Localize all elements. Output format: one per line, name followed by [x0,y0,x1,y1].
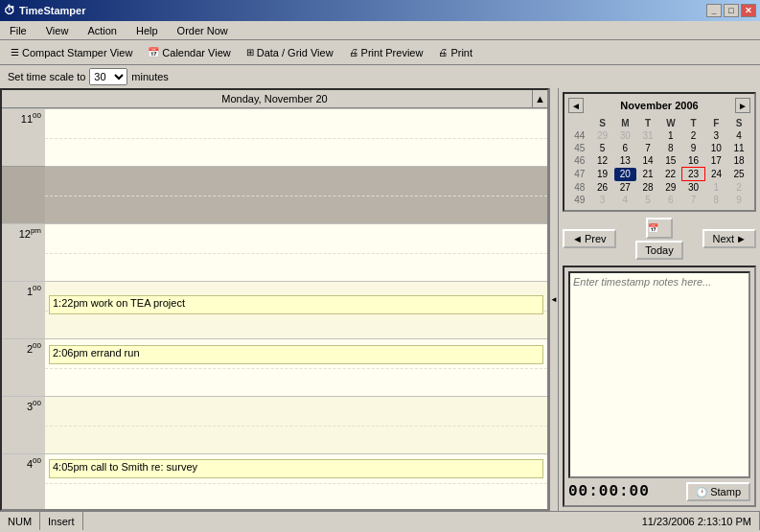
time-labels: 1100 12pm 100 200 300 [2,108,45,509]
cal-day-dec6[interactable]: 6 [659,194,682,206]
calendar-next-button[interactable]: ► [735,98,750,113]
cal-day-14[interactable]: 14 [636,154,659,168]
time-label-2: 200 [2,338,45,396]
cal-day-2[interactable]: 2 [682,129,705,142]
cal-day-26[interactable]: 26 [591,181,614,195]
cal-day-oct30[interactable]: 30 [614,129,637,142]
collapse-panel-button[interactable]: ◄ [549,88,559,511]
cal-day-24[interactable]: 24 [705,168,728,181]
cal-day-dec5[interactable]: 5 [636,194,659,206]
event-1-block[interactable]: 1:22pm work on TEA project [49,295,543,314]
cal-day-11[interactable]: 11 [727,142,750,154]
cal-day-header-s2: S [727,117,750,129]
cal-day-dec7[interactable]: 7 [682,194,705,206]
cal-day-dec4[interactable]: 4 [614,194,637,206]
notes-area: 00:00:00 🕐 Stamp [563,266,756,507]
cal-day-oct29[interactable]: 29 [591,129,614,142]
cal-day-12[interactable]: 12 [591,154,614,168]
event-2-label: 2:06pm errand run [53,347,140,359]
timescale-select[interactable]: 15 30 60 [89,68,127,85]
menu-view[interactable]: View [40,23,75,38]
cal-day-dec3[interactable]: 3 [591,194,614,206]
cal-week-45: 45 5 6 7 8 9 10 11 [568,142,750,154]
cal-day-22[interactable]: 22 [659,168,682,181]
prev-label: Prev [585,233,607,244]
print-icon: 🖨 [438,47,448,58]
print-preview-button[interactable]: 🖨 Print Preview [342,44,430,61]
menu-file[interactable]: File [4,23,33,38]
calendar-header: ◄ November 2006 ► [568,98,750,113]
today-center-button[interactable]: 📅 [646,218,673,239]
cal-day-23[interactable]: 23 [682,168,705,181]
cal-day-16[interactable]: 16 [682,154,705,168]
calendar-prev-button[interactable]: ◄ [568,98,584,113]
event-2-block[interactable]: 2:06pm errand run [49,345,543,364]
cal-day-3[interactable]: 3 [705,129,728,142]
event-3-block[interactable]: 4:05pm call to Smith re: survey [49,459,543,478]
time-label-4: 400 [2,453,45,509]
cal-day-header-m: M [614,117,637,129]
cal-day-oct31[interactable]: 31 [636,129,659,142]
time-slot-gray[interactable] [45,166,547,223]
menu-action[interactable]: Action [81,23,123,38]
cal-day-5[interactable]: 5 [591,142,614,154]
calendar-view-button[interactable]: 📅 Calendar View [141,44,237,61]
mini-calendar: ◄ November 2006 ► S M T W T F S [563,92,756,212]
time-slot-12[interactable] [45,223,547,281]
time-slot-1pm[interactable]: 1:22pm work on TEA project [45,281,547,338]
cal-day-17[interactable]: 17 [705,154,728,168]
cal-day-15[interactable]: 15 [659,154,682,168]
cal-day-18[interactable]: 18 [727,154,750,168]
right-panel: ◄ November 2006 ► S M T W T F S [559,88,760,511]
cal-day-27[interactable]: 27 [614,181,637,195]
cal-day-dec9[interactable]: 9 [727,194,750,206]
cal-day-9[interactable]: 9 [682,142,705,154]
next-button[interactable]: Next ► [702,229,756,248]
cal-day-21[interactable]: 21 [636,168,659,181]
time-slot-11[interactable] [45,108,547,166]
restore-button[interactable]: □ [724,4,739,17]
cal-day-19[interactable]: 19 [591,168,614,181]
menu-order-now[interactable]: Order Now [172,23,234,38]
cal-day-30[interactable]: 30 [682,181,705,195]
time-slot-3pm[interactable] [45,396,547,453]
notes-textarea[interactable] [568,271,750,478]
status-datetime: 11/23/2006 2:13:10 PM [634,512,760,530]
close-button[interactable]: ✕ [741,4,756,17]
cal-day-25[interactable]: 25 [727,168,750,181]
compact-stamper-view-button[interactable]: ☰ Compact Stamper View [4,44,139,61]
stamp-button[interactable]: 🕐 Stamp [686,482,750,501]
cal-day-8[interactable]: 8 [659,142,682,154]
cal-day-1[interactable]: 1 [659,129,682,142]
week-num-44: 44 [568,129,591,142]
scroll-up-button[interactable]: ▲ [532,90,547,107]
menubar: File View Action Help Order Now [0,21,760,40]
time-slot-4pm[interactable]: 4:05pm call to Smith re: survey [45,453,547,509]
time-grid[interactable]: 1100 12pm 100 200 300 [2,108,547,509]
print-button[interactable]: 🖨 Print [431,44,479,61]
cal-day-dec1[interactable]: 1 [705,181,728,195]
calendar-view-icon: 📅 [148,47,159,58]
cal-day-4[interactable]: 4 [727,129,750,142]
cal-day-dec8[interactable]: 8 [705,194,728,206]
stamp-label: Stamp [710,486,741,497]
prev-button[interactable]: ◄ Prev [563,229,616,248]
cal-day-20[interactable]: 20 [614,168,637,181]
cal-day-13[interactable]: 13 [614,154,637,168]
time-slot-2pm[interactable]: 2:06pm errand run [45,338,547,396]
cal-day-6[interactable]: 6 [614,142,637,154]
today-button[interactable]: Today [635,241,682,260]
cal-day-header-s1: S [591,117,614,129]
time-label-1: 100 [2,281,45,338]
menu-help[interactable]: Help [130,23,164,38]
prev-arrow-icon: ◄ [572,233,583,244]
titlebar: ⏱ TimeStamper _ □ ✕ [0,0,760,21]
status-insert: Insert [40,512,83,530]
cal-day-7[interactable]: 7 [636,142,659,154]
minimize-button[interactable]: _ [706,4,722,17]
cal-day-10[interactable]: 10 [705,142,728,154]
cal-day-dec2[interactable]: 2 [727,181,750,195]
cal-day-29[interactable]: 29 [659,181,682,195]
data-grid-view-button[interactable]: ⊞ Data / Grid View [240,44,340,61]
cal-day-28[interactable]: 28 [636,181,659,195]
